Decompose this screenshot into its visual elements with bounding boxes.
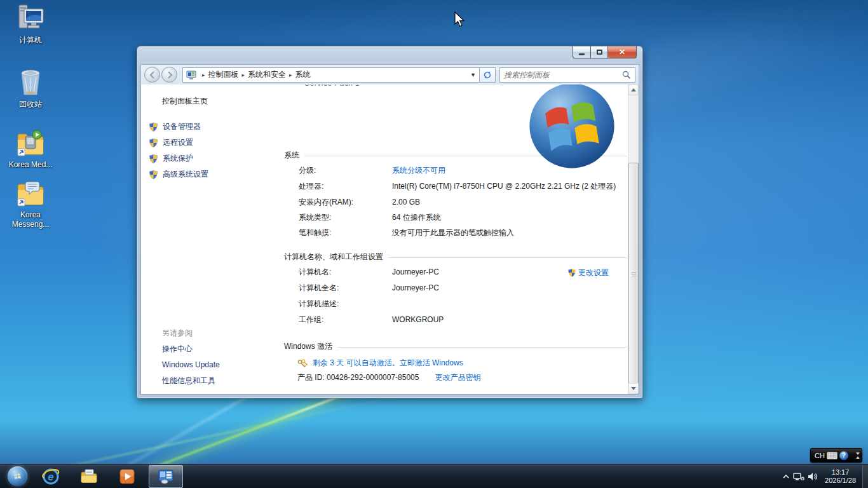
desktop-icon-recycle-bin[interactable]: 回收站 xyxy=(0,67,61,109)
scroll-up-icon xyxy=(631,88,636,92)
sidebar-item-performance-tools[interactable]: 性能信息和工具 xyxy=(162,373,220,389)
row-value: Journeyer-PC xyxy=(392,283,439,293)
row-value: 64 位操作系统 xyxy=(392,213,441,222)
refresh-button[interactable] xyxy=(480,67,496,83)
desktop: { "desktop": { "icons": [ { "label": "计算… xyxy=(0,0,868,488)
system-window-icon xyxy=(158,468,174,485)
content-pane: Service Pack 1 系统 xyxy=(268,85,628,394)
change-product-key-link[interactable]: 更改产品密钥 xyxy=(435,373,481,382)
taskbar-media-player-button[interactable] xyxy=(114,464,140,488)
breadcrumb-arrow-icon: ▸ xyxy=(199,72,208,78)
section-title: 系统 xyxy=(284,150,299,161)
full-computer-name-row: 计算机全名: Journeyer-PC xyxy=(284,283,628,293)
maximize-button[interactable] xyxy=(591,46,608,58)
rating-row: 分级: 系统分级不可用 xyxy=(284,166,628,175)
search-input[interactable] xyxy=(504,71,622,79)
recycle-bin-icon xyxy=(15,67,46,97)
rating-unavailable-link[interactable]: 系统分级不可用 xyxy=(392,166,445,175)
minimize-button[interactable] xyxy=(573,46,591,58)
activate-now-link[interactable]: 立即激活 Windows xyxy=(400,358,463,368)
sidebar-item-control-panel-home[interactable]: 控制面板主页 xyxy=(162,96,208,107)
uac-shield-icon xyxy=(567,268,576,278)
caption-buttons: ✕ xyxy=(573,46,637,58)
sidebar-item-windows-update[interactable]: Windows Update xyxy=(162,357,220,373)
system-control-panel-window: ✕ ▸ 控制面板 ▸ 系统和安全 ▸ 系统 ▼ xyxy=(137,46,643,398)
desktop-icon-computer[interactable]: 计算机 xyxy=(0,3,61,45)
clock-time: 13:17 xyxy=(825,468,856,477)
show-hidden-icons-button[interactable] xyxy=(780,474,792,479)
row-label: 计算机名: xyxy=(299,268,392,277)
volume-tray-icon[interactable] xyxy=(806,471,820,482)
sidebar-item-action-center[interactable]: 操作中心 xyxy=(162,341,220,357)
breadcrumb-system-security[interactable]: 系统和安全 xyxy=(248,69,286,80)
sidebar-item-remote-settings[interactable]: 远程设置 xyxy=(149,135,208,151)
keyboard-icon[interactable] xyxy=(827,452,837,459)
section-title: Windows 激活 xyxy=(284,341,332,352)
pen-touch-row: 笔和触摸: 没有可用于此显示器的笔或触控输入 xyxy=(284,228,628,238)
product-id-text: 产品 ID: 00426-292-0000007-85005 xyxy=(297,373,419,382)
uac-shield-icon xyxy=(149,122,158,132)
show-desktop-button[interactable] xyxy=(862,464,868,488)
taskbar-system-window-button[interactable] xyxy=(149,465,183,488)
change-settings-link[interactable]: 更改设置 xyxy=(567,268,609,278)
sidebar-item-advanced-system-settings[interactable]: 高级系统设置 xyxy=(149,166,208,182)
help-icon[interactable]: ? xyxy=(839,451,848,460)
breadcrumb-system[interactable]: 系统 xyxy=(295,69,311,80)
scroll-up-button[interactable] xyxy=(628,85,639,95)
desktop-icon-korea-messenger[interactable]: Korea Messeng... xyxy=(0,177,61,229)
activation-status-line: 剩余 3 天 可以自动激活。 立即激活 Windows xyxy=(297,358,628,368)
scroll-down-button[interactable] xyxy=(628,383,639,394)
row-label: 处理器: xyxy=(299,182,392,191)
sidebar-item-label: 系统保护 xyxy=(163,153,193,164)
close-button[interactable]: ✕ xyxy=(608,46,637,58)
window-body: 控制面板主页 设备管理器 远程设置 xyxy=(140,85,639,395)
activation-keys-icon xyxy=(297,359,308,368)
desktop-icon-label: 计算机 xyxy=(19,36,42,45)
forward-arrow-icon xyxy=(166,71,173,79)
start-button[interactable] xyxy=(5,464,29,488)
breadcrumb-control-panel[interactable]: 控制面板 xyxy=(208,69,239,80)
search-icon xyxy=(622,71,631,79)
product-id-line: 产品 ID: 00426-292-0000007-85005 更改产品密钥 xyxy=(297,373,628,383)
search-box xyxy=(499,67,635,83)
workgroup-row: 工作组: WORKGROUP xyxy=(284,315,628,325)
row-value: 2.00 GB xyxy=(392,198,420,207)
mouse-cursor xyxy=(452,11,466,28)
row-label: 系统类型: xyxy=(299,213,392,222)
address-bar[interactable]: ▸ 控制面板 ▸ 系统和安全 ▸ 系统 ▼ xyxy=(182,67,480,83)
address-dropdown-button[interactable]: ▼ xyxy=(467,68,479,82)
messenger-folder-shortcut-icon xyxy=(15,177,46,208)
system-type-row: 系统类型: 64 位操作系统 xyxy=(284,213,628,222)
uac-shield-icon xyxy=(149,154,158,164)
desktop-icon-korea-med[interactable]: Korea Med... xyxy=(0,127,61,170)
scrollbar-grip xyxy=(632,272,636,277)
windows-media-player-icon xyxy=(119,468,135,485)
forward-button[interactable] xyxy=(161,67,177,83)
windows-activation-section: Windows 激活 剩余 3 天 可以自动激活。 立即激活 Windows 产… xyxy=(284,341,628,383)
network-tray-icon[interactable] xyxy=(792,471,806,482)
taskbar-clock[interactable]: 13:17 2026/1/28 xyxy=(825,468,856,485)
scrollbar-thumb[interactable] xyxy=(628,163,639,386)
breadcrumb-arrow-icon: ▸ xyxy=(286,72,295,78)
taskbar-left: e xyxy=(0,464,183,488)
sidebar-item-system-protection[interactable]: 系统保护 xyxy=(149,151,208,166)
windows-start-orb-icon xyxy=(8,466,27,486)
language-bar[interactable]: CH ? xyxy=(810,448,862,463)
windows-explorer-icon xyxy=(80,468,98,485)
taskbar-internet-explorer-button[interactable]: e xyxy=(38,464,64,488)
activation-section-header: Windows 激活 xyxy=(284,341,628,352)
ram-row: 安装内存(RAM): 2.00 GB xyxy=(284,198,628,207)
desktop-icon-column: 计算机 回收站 Korea M xyxy=(0,3,61,240)
input-language-label[interactable]: CH xyxy=(815,452,825,459)
taskbar-windows-explorer-button[interactable] xyxy=(76,464,102,488)
media-folder-shortcut-icon xyxy=(15,127,46,158)
row-label: 计算机描述: xyxy=(299,299,392,309)
breadcrumb-arrow-icon: ▸ xyxy=(239,72,248,78)
section-divider xyxy=(337,347,627,348)
back-button[interactable] xyxy=(144,67,160,83)
clipped-service-pack-text: Service Pack 1 xyxy=(304,85,360,88)
language-bar-options-icon[interactable] xyxy=(856,452,860,459)
row-label: 分级: xyxy=(299,166,392,175)
vertical-scrollbar[interactable] xyxy=(628,85,639,394)
sidebar-item-device-manager[interactable]: 设备管理器 xyxy=(149,119,208,135)
